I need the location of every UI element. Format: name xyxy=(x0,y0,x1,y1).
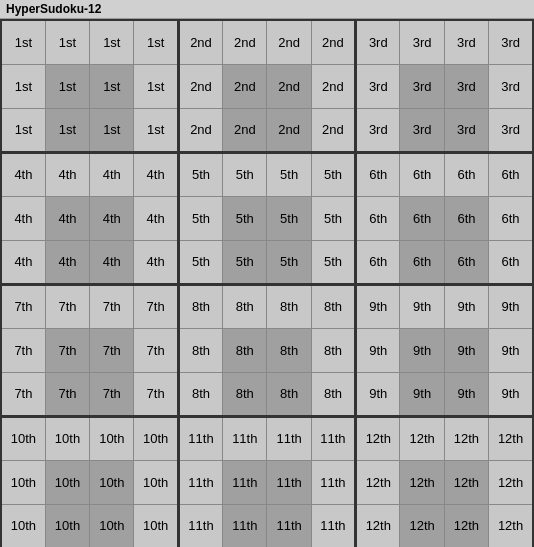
grid-cell: 5th xyxy=(267,240,311,284)
grid-cell: 1st xyxy=(134,20,178,64)
grid-cell: 6th xyxy=(356,240,400,284)
grid-cell: 7th xyxy=(1,284,45,328)
grid-cell: 9th xyxy=(356,284,400,328)
grid-cell: 11th xyxy=(178,416,222,460)
grid-row: 4th4th4th4th5th5th5th5th6th6th6th6th xyxy=(1,152,533,196)
grid-cell: 3rd xyxy=(489,64,533,108)
grid-cell: 10th xyxy=(45,416,89,460)
grid-cell: 6th xyxy=(356,152,400,196)
grid-cell: 5th xyxy=(178,240,222,284)
grid-cell: 7th xyxy=(45,284,89,328)
grid-cell: 11th xyxy=(311,460,355,504)
grid-cell: 9th xyxy=(444,372,488,416)
grid-cell: 3rd xyxy=(356,108,400,152)
grid-cell: 8th xyxy=(223,372,267,416)
grid-cell: 2nd xyxy=(311,64,355,108)
grid-cell: 11th xyxy=(311,416,355,460)
grid-cell: 8th xyxy=(178,328,222,372)
grid-cell: 10th xyxy=(1,460,45,504)
grid-cell: 6th xyxy=(489,240,533,284)
grid-cell: 2nd xyxy=(178,64,222,108)
grid-cell: 4th xyxy=(45,152,89,196)
grid-cell: 5th xyxy=(223,196,267,240)
grid-cell: 1st xyxy=(1,20,45,64)
grid-cell: 11th xyxy=(223,416,267,460)
grid-cell: 2nd xyxy=(267,20,311,64)
grid-cell: 5th xyxy=(223,240,267,284)
grid-row: 10th10th10th10th11th11th11th11th12th12th… xyxy=(1,460,533,504)
grid-cell: 9th xyxy=(356,372,400,416)
title-bar: HyperSudoku-12 xyxy=(0,0,534,19)
grid-cell: 9th xyxy=(400,372,444,416)
grid-cell: 10th xyxy=(134,416,178,460)
grid-cell: 3rd xyxy=(489,20,533,64)
grid-cell: 4th xyxy=(1,152,45,196)
grid-cell: 12th xyxy=(444,504,488,547)
sudoku-grid: 1st1st1st1st2nd2nd2nd2nd3rd3rd3rd3rd1st1… xyxy=(0,19,534,547)
grid-cell: 7th xyxy=(1,372,45,416)
grid-cell: 7th xyxy=(90,328,134,372)
grid-cell: 1st xyxy=(45,64,89,108)
grid-row: 7th7th7th7th8th8th8th8th9th9th9th9th xyxy=(1,372,533,416)
grid-cell: 1st xyxy=(90,108,134,152)
grid-cell: 4th xyxy=(134,240,178,284)
grid-cell: 7th xyxy=(134,328,178,372)
grid-cell: 6th xyxy=(489,196,533,240)
grid-cell: 5th xyxy=(311,196,355,240)
grid-cell: 1st xyxy=(90,20,134,64)
grid-cell: 4th xyxy=(90,240,134,284)
grid-cell: 2nd xyxy=(223,64,267,108)
grid-cell: 9th xyxy=(444,284,488,328)
grid-cell: 5th xyxy=(311,152,355,196)
grid-cell: 3rd xyxy=(444,108,488,152)
grid-cell: 3rd xyxy=(489,108,533,152)
grid-cell: 7th xyxy=(134,372,178,416)
grid-cell: 11th xyxy=(178,460,222,504)
grid-cell: 11th xyxy=(223,460,267,504)
grid-cell: 3rd xyxy=(400,64,444,108)
grid-cell: 3rd xyxy=(356,20,400,64)
grid-cell: 6th xyxy=(400,240,444,284)
grid-cell: 12th xyxy=(356,460,400,504)
grid-cell: 7th xyxy=(1,328,45,372)
grid-cell: 1st xyxy=(45,20,89,64)
grid-cell: 4th xyxy=(45,196,89,240)
grid-cell: 11th xyxy=(267,416,311,460)
grid-cell: 11th xyxy=(223,504,267,547)
grid-row: 10th10th10th10th11th11th11th11th12th12th… xyxy=(1,416,533,460)
grid-cell: 7th xyxy=(45,328,89,372)
grid-cell: 3rd xyxy=(444,20,488,64)
grid-cell: 2nd xyxy=(178,20,222,64)
grid-cell: 3rd xyxy=(356,64,400,108)
grid-cell: 12th xyxy=(489,416,533,460)
grid-row: 1st1st1st1st2nd2nd2nd2nd3rd3rd3rd3rd xyxy=(1,20,533,64)
grid-cell: 2nd xyxy=(267,108,311,152)
grid-cell: 9th xyxy=(489,284,533,328)
grid-cell: 12th xyxy=(400,416,444,460)
grid-cell: 6th xyxy=(400,196,444,240)
grid-cell: 12th xyxy=(489,460,533,504)
grid-cell: 5th xyxy=(178,152,222,196)
grid-cell: 10th xyxy=(90,416,134,460)
grid-row: 1st1st1st1st2nd2nd2nd2nd3rd3rd3rd3rd xyxy=(1,64,533,108)
grid-cell: 10th xyxy=(45,504,89,547)
grid-cell: 10th xyxy=(90,504,134,547)
grid-cell: 8th xyxy=(178,284,222,328)
grid-cell: 1st xyxy=(90,64,134,108)
grid-cell: 12th xyxy=(400,460,444,504)
grid-cell: 12th xyxy=(400,504,444,547)
grid-cell: 4th xyxy=(134,152,178,196)
app-title: HyperSudoku-12 xyxy=(6,2,101,16)
grid-cell: 1st xyxy=(1,64,45,108)
grid-cell: 2nd xyxy=(178,108,222,152)
grid-cell: 12th xyxy=(489,504,533,547)
grid-cell: 10th xyxy=(90,460,134,504)
grid-cell: 8th xyxy=(178,372,222,416)
grid-row: 7th7th7th7th8th8th8th8th9th9th9th9th xyxy=(1,284,533,328)
grid-cell: 7th xyxy=(90,372,134,416)
grid-cell: 6th xyxy=(356,196,400,240)
grid-row: 7th7th7th7th8th8th8th8th9th9th9th9th xyxy=(1,328,533,372)
grid-cell: 8th xyxy=(311,328,355,372)
grid-cell: 8th xyxy=(223,284,267,328)
grid-cell: 4th xyxy=(45,240,89,284)
